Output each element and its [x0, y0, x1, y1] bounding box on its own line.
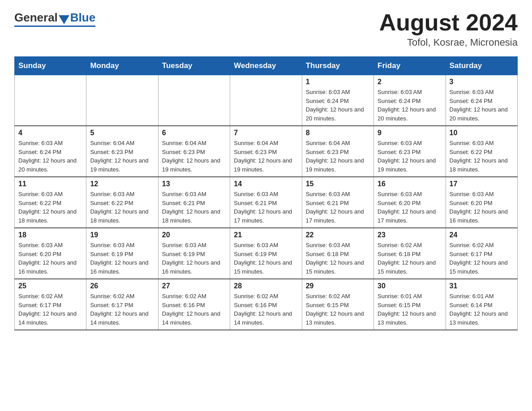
calendar-cell [15, 75, 86, 126]
day-number: 30 [378, 282, 442, 290]
day-number: 12 [90, 180, 154, 188]
logo-blue-text: Blue [70, 11, 95, 25]
day-info: Sunrise: 6:02 AM Sunset: 6:17 PM Dayligh… [90, 292, 154, 327]
day-info: Sunrise: 6:03 AM Sunset: 6:24 PM Dayligh… [450, 88, 514, 123]
day-number: 23 [378, 231, 442, 239]
day-number: 10 [450, 129, 514, 137]
calendar-cell: 17Sunrise: 6:03 AM Sunset: 6:20 PM Dayli… [446, 177, 517, 228]
day-info: Sunrise: 6:04 AM Sunset: 6:23 PM Dayligh… [306, 139, 370, 174]
calendar-cell: 23Sunrise: 6:02 AM Sunset: 6:18 PM Dayli… [374, 228, 446, 279]
day-number: 7 [234, 129, 298, 137]
day-number: 5 [90, 129, 154, 137]
calendar-cell: 5Sunrise: 6:04 AM Sunset: 6:23 PM Daylig… [86, 126, 158, 177]
day-number: 4 [18, 129, 82, 137]
calendar-week-4: 18Sunrise: 6:03 AM Sunset: 6:20 PM Dayli… [15, 228, 518, 279]
calendar-cell [158, 75, 230, 126]
day-info: Sunrise: 6:03 AM Sunset: 6:21 PM Dayligh… [162, 190, 226, 225]
day-number: 2 [378, 78, 442, 86]
day-info: Sunrise: 6:02 AM Sunset: 6:17 PM Dayligh… [450, 241, 514, 276]
day-info: Sunrise: 6:03 AM Sunset: 6:19 PM Dayligh… [90, 241, 154, 276]
month-year-title: August 2024 [379, 11, 518, 34]
calendar-cell: 15Sunrise: 6:03 AM Sunset: 6:21 PM Dayli… [302, 177, 373, 228]
calendar-weekday-saturday: Saturday [446, 57, 517, 75]
day-number: 1 [306, 78, 370, 86]
day-number: 20 [162, 231, 226, 239]
day-number: 24 [450, 231, 514, 239]
day-info: Sunrise: 6:03 AM Sunset: 6:19 PM Dayligh… [162, 241, 226, 276]
calendar-weekday-friday: Friday [374, 57, 446, 75]
day-number: 26 [90, 282, 154, 290]
day-info: Sunrise: 6:04 AM Sunset: 6:23 PM Dayligh… [234, 139, 298, 174]
calendar-cell: 27Sunrise: 6:02 AM Sunset: 6:16 PM Dayli… [158, 279, 230, 330]
day-number: 19 [90, 231, 154, 239]
day-number: 29 [306, 282, 370, 290]
calendar-weekday-sunday: Sunday [15, 57, 86, 75]
day-info: Sunrise: 6:03 AM Sunset: 6:20 PM Dayligh… [18, 241, 82, 276]
calendar-cell: 3Sunrise: 6:03 AM Sunset: 6:24 PM Daylig… [446, 75, 517, 126]
calendar-cell: 25Sunrise: 6:02 AM Sunset: 6:17 PM Dayli… [15, 279, 86, 330]
day-number: 18 [18, 231, 82, 239]
calendar-cell: 10Sunrise: 6:03 AM Sunset: 6:22 PM Dayli… [446, 126, 517, 177]
day-info: Sunrise: 6:03 AM Sunset: 6:24 PM Dayligh… [306, 88, 370, 123]
day-info: Sunrise: 6:02 AM Sunset: 6:17 PM Dayligh… [18, 292, 82, 327]
day-info: Sunrise: 6:04 AM Sunset: 6:23 PM Dayligh… [162, 139, 226, 174]
calendar-cell: 26Sunrise: 6:02 AM Sunset: 6:17 PM Dayli… [86, 279, 158, 330]
day-info: Sunrise: 6:03 AM Sunset: 6:22 PM Dayligh… [450, 139, 514, 174]
day-number: 31 [450, 282, 514, 290]
logo: General Blue [14, 11, 95, 27]
day-info: Sunrise: 6:02 AM Sunset: 6:16 PM Dayligh… [234, 292, 298, 327]
calendar-cell: 8Sunrise: 6:04 AM Sunset: 6:23 PM Daylig… [302, 126, 373, 177]
page-header: General Blue August 2024 Tofol, Kosrae, … [14, 11, 518, 48]
calendar-cell: 21Sunrise: 6:03 AM Sunset: 6:19 PM Dayli… [230, 228, 302, 279]
day-info: Sunrise: 6:03 AM Sunset: 6:18 PM Dayligh… [306, 241, 370, 276]
title-block: August 2024 Tofol, Kosrae, Micronesia [379, 11, 518, 48]
logo-underline [14, 26, 95, 27]
calendar-cell: 9Sunrise: 6:03 AM Sunset: 6:23 PM Daylig… [374, 126, 446, 177]
calendar-weekday-wednesday: Wednesday [230, 57, 302, 75]
day-info: Sunrise: 6:03 AM Sunset: 6:24 PM Dayligh… [18, 139, 82, 174]
calendar-cell: 12Sunrise: 6:03 AM Sunset: 6:22 PM Dayli… [86, 177, 158, 228]
calendar-week-5: 25Sunrise: 6:02 AM Sunset: 6:17 PM Dayli… [15, 279, 518, 330]
calendar-cell: 13Sunrise: 6:03 AM Sunset: 6:21 PM Dayli… [158, 177, 230, 228]
day-number: 25 [18, 282, 82, 290]
calendar-weekday-tuesday: Tuesday [158, 57, 230, 75]
day-number: 16 [378, 180, 442, 188]
day-number: 17 [450, 180, 514, 188]
calendar-cell: 20Sunrise: 6:03 AM Sunset: 6:19 PM Dayli… [158, 228, 230, 279]
calendar-body: 1Sunrise: 6:03 AM Sunset: 6:24 PM Daylig… [15, 75, 518, 330]
calendar-cell: 18Sunrise: 6:03 AM Sunset: 6:20 PM Dayli… [15, 228, 86, 279]
location-title: Tofol, Kosrae, Micronesia [379, 37, 518, 48]
day-info: Sunrise: 6:02 AM Sunset: 6:18 PM Dayligh… [378, 241, 442, 276]
day-number: 28 [234, 282, 298, 290]
day-number: 9 [378, 129, 442, 137]
day-info: Sunrise: 6:03 AM Sunset: 6:21 PM Dayligh… [306, 190, 370, 225]
calendar-cell: 31Sunrise: 6:01 AM Sunset: 6:14 PM Dayli… [446, 279, 517, 330]
day-info: Sunrise: 6:03 AM Sunset: 6:21 PM Dayligh… [234, 190, 298, 225]
day-info: Sunrise: 6:03 AM Sunset: 6:19 PM Dayligh… [234, 241, 298, 276]
day-info: Sunrise: 6:03 AM Sunset: 6:23 PM Dayligh… [378, 139, 442, 174]
calendar-cell: 14Sunrise: 6:03 AM Sunset: 6:21 PM Dayli… [230, 177, 302, 228]
calendar-cell: 7Sunrise: 6:04 AM Sunset: 6:23 PM Daylig… [230, 126, 302, 177]
calendar-cell: 28Sunrise: 6:02 AM Sunset: 6:16 PM Dayli… [230, 279, 302, 330]
calendar-cell: 16Sunrise: 6:03 AM Sunset: 6:20 PM Dayli… [374, 177, 446, 228]
calendar-cell: 2Sunrise: 6:03 AM Sunset: 6:24 PM Daylig… [374, 75, 446, 126]
calendar-week-1: 1Sunrise: 6:03 AM Sunset: 6:24 PM Daylig… [15, 75, 518, 126]
day-info: Sunrise: 6:03 AM Sunset: 6:24 PM Dayligh… [378, 88, 442, 123]
day-info: Sunrise: 6:01 AM Sunset: 6:14 PM Dayligh… [450, 292, 514, 327]
day-number: 15 [306, 180, 370, 188]
calendar-cell: 29Sunrise: 6:02 AM Sunset: 6:15 PM Dayli… [302, 279, 373, 330]
logo-triangle-icon [59, 15, 69, 24]
day-number: 11 [18, 180, 82, 188]
calendar-cell: 30Sunrise: 6:01 AM Sunset: 6:15 PM Dayli… [374, 279, 446, 330]
day-number: 22 [306, 231, 370, 239]
calendar-cell: 11Sunrise: 6:03 AM Sunset: 6:22 PM Dayli… [15, 177, 86, 228]
calendar-cell: 22Sunrise: 6:03 AM Sunset: 6:18 PM Dayli… [302, 228, 373, 279]
day-number: 27 [162, 282, 226, 290]
logo-general-text: General [14, 11, 58, 25]
day-info: Sunrise: 6:02 AM Sunset: 6:15 PM Dayligh… [306, 292, 370, 327]
calendar-cell: 24Sunrise: 6:02 AM Sunset: 6:17 PM Dayli… [446, 228, 517, 279]
calendar-cell [86, 75, 158, 126]
calendar-weekday-thursday: Thursday [302, 57, 373, 75]
day-number: 3 [450, 78, 514, 86]
day-info: Sunrise: 6:01 AM Sunset: 6:15 PM Dayligh… [378, 292, 442, 327]
